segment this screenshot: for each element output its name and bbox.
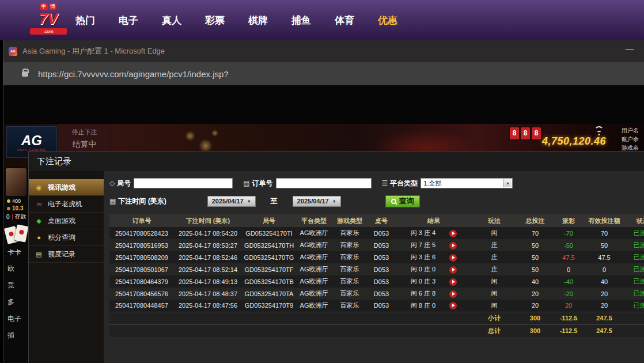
deposit-prefix: 0 <box>6 214 10 220</box>
gold-balance: 10.3 <box>7 205 23 211</box>
cell-result: 闲 0 庄 3 <box>395 275 472 288</box>
summary-bet: 300 <box>516 324 554 337</box>
lock-icon <box>22 71 28 77</box>
nav-item[interactable]: 电子 <box>119 14 138 27</box>
sidebar-item[interactable]: ◉视讯游戏 <box>29 179 104 196</box>
chevron-down-icon[interactable]: ▼ <box>503 179 512 187</box>
sidebar-item[interactable]: ●积分查询 <box>29 229 104 246</box>
platform-list-icon: ☰ <box>382 179 388 187</box>
nav-item[interactable]: 体育 <box>335 14 354 27</box>
cell-platform: AG欧洲厅 <box>296 300 332 312</box>
banner-cards: 888 <box>510 127 541 139</box>
table-games-icon: ◆ <box>34 217 44 225</box>
date-to-picker[interactable]: 2025/04/17 ▼ <box>293 196 341 207</box>
cell-payout: 47.5 <box>554 251 583 263</box>
result-text: 闲 0 庄 0 <box>411 266 435 273</box>
cell-bet: 20 <box>516 288 554 300</box>
avatar[interactable] <box>6 168 26 196</box>
url-text[interactable]: https://gci.7vvvvvv.com/agingame/pcv1/in… <box>38 69 229 79</box>
cell-bet: 50 <box>516 239 554 251</box>
cell-empty <box>296 312 332 324</box>
cell-empty <box>626 312 644 324</box>
page-favicon-icon: AG <box>9 47 17 56</box>
round-label: 局号 <box>117 179 131 188</box>
play-video-icon[interactable] <box>449 230 457 237</box>
date-from-picker[interactable]: 2025/04/17 ▼ <box>207 196 256 207</box>
table-row: 2504170804484572025-04-17 08:47:56GD0532… <box>109 300 644 312</box>
play-video-icon[interactable] <box>449 254 457 262</box>
nav-item[interactable]: 真人 <box>162 14 181 27</box>
cell-bet: 70 <box>516 227 554 239</box>
play-video-icon[interactable] <box>449 242 457 249</box>
nav-item[interactable]: 棋牌 <box>248 14 268 27</box>
cell-empty <box>332 312 368 324</box>
cell-bet: 20 <box>516 300 554 312</box>
lobby-nav-fragment[interactable]: 捕 <box>7 331 14 341</box>
col-header: 游戏类型 <box>332 214 368 227</box>
minimize-button[interactable]: — <box>622 44 637 53</box>
cell-time: 2025-04-17 08:52:46 <box>174 251 242 263</box>
sidebar-item[interactable]: 777电子老虎机 <box>29 196 104 213</box>
round-filter: ◇ 局号 <box>109 178 233 188</box>
lobby-nav-fragment[interactable]: 竞 <box>7 281 14 290</box>
main-nav: 热门电子真人彩票棋牌捕鱼体育优惠 <box>75 0 397 40</box>
cell-valid: 0 <box>583 263 626 275</box>
nav-item[interactable]: 优惠 <box>378 14 397 27</box>
divider <box>12 214 13 220</box>
col-header: 局号 <box>242 214 296 227</box>
summary-bet: 300 <box>516 312 554 324</box>
cell-round: GD053254170TB <box>242 275 296 288</box>
cell-empty <box>109 312 174 324</box>
search-icon <box>391 199 396 204</box>
table-row: 2504170805082092025-04-17 08:52:46GD0532… <box>109 251 644 263</box>
search-button[interactable]: 查询 <box>385 195 420 207</box>
play-video-icon[interactable] <box>449 290 457 298</box>
play-video-icon[interactable] <box>449 266 457 274</box>
nav-item[interactable]: 捕鱼 <box>291 14 311 27</box>
cell-time: 2025-04-17 08:49:13 <box>174 275 242 288</box>
cell-table_no: D053 <box>368 300 395 312</box>
browser-url-bar[interactable]: https://gci.7vvvvvv.com/agingame/pcv1/in… <box>3 62 644 85</box>
cell-play: 庄 <box>472 251 516 263</box>
cell-order: 250417080448457 <box>109 300 174 312</box>
deposit-row[interactable]: 0 存款 <box>6 213 26 221</box>
bet-table-wrap: 订单号下注时间 (美东)局号平台类型游戏类型桌号结果玩法总投注派彩有效投注额状态… <box>109 214 644 337</box>
round-input[interactable] <box>134 178 233 188</box>
bet-records-modal: 下注记录 ◉视讯游戏777电子老虎机◆桌面游戏●积分查询▤额度记录 ◇ 局号 <box>28 151 644 363</box>
play-video-icon[interactable] <box>449 302 457 309</box>
cell-valid: 40 <box>583 275 626 288</box>
playing-card: 8 <box>532 127 541 139</box>
cell-platform: AG欧洲厅 <box>296 288 332 300</box>
window-title: Asia Gaming - 用户配置 1 - Microsoft Edge <box>22 46 165 56</box>
order-filter: ▤ 订单号 <box>243 178 371 188</box>
play-video-icon[interactable] <box>449 278 457 286</box>
nav-item[interactable]: 彩票 <box>205 14 225 27</box>
modal-title: 下注记录 <box>29 152 644 171</box>
nav-item[interactable]: 热门 <box>75 14 95 27</box>
cell-status: 已派彩 <box>626 288 644 300</box>
cell-play: 庄 <box>472 239 516 251</box>
cell-valid: 50 <box>583 239 626 251</box>
lobby-nav-fragment[interactable]: 电子 <box>7 314 21 324</box>
lobby-nav-fragment[interactable]: 卡卡 <box>7 248 21 258</box>
logo-main: 7V <box>30 10 67 28</box>
cell-game: 百家乐 <box>332 263 368 275</box>
subtotal-row: 小计300-112.5247.5 <box>109 312 644 324</box>
cell-status: 已派彩 <box>626 239 644 251</box>
result-text: 闲 0 庄 3 <box>411 278 435 285</box>
col-header: 派彩 <box>554 214 583 227</box>
filter-row-1: ◇ 局号 ▤ 订单号 ☰ <box>109 177 644 190</box>
cell-platform: AG欧洲厅 <box>296 239 332 251</box>
platform-select[interactable]: 1.全部 ▼ <box>421 178 513 188</box>
sidebar-item[interactable]: ◆桌面游戏 <box>29 213 104 229</box>
summary-payout: -112.5 <box>554 312 583 324</box>
site-logo[interactable]: 申 博 7V .com <box>30 3 67 35</box>
lobby-nav-fragment[interactable]: 欧 <box>7 264 14 274</box>
cell-status: 已派彩 <box>626 251 644 263</box>
browser-title-bar: AG Asia Gaming - 用户配置 1 - Microsoft Edge… <box>3 40 644 62</box>
cell-status: 已派彩 <box>626 300 644 312</box>
sidebar-item[interactable]: ▤额度记录 <box>29 246 104 263</box>
lobby-nav-fragment[interactable]: 多 <box>7 297 14 307</box>
order-input[interactable] <box>276 178 372 188</box>
cell-empty <box>174 312 242 324</box>
